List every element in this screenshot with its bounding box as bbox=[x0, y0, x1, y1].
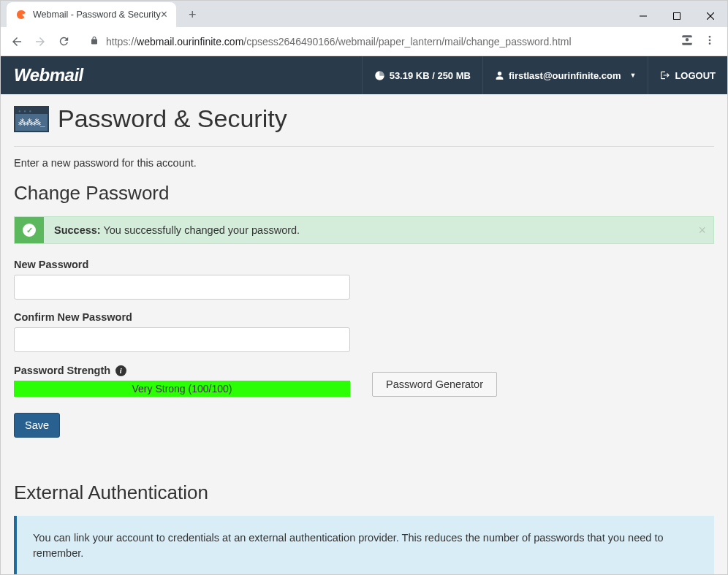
webmail-logo[interactable]: Webmail bbox=[1, 65, 362, 85]
pie-icon bbox=[374, 70, 385, 81]
svg-point-5 bbox=[709, 39, 711, 41]
browser-window: Webmail - Password & Security × + https:… bbox=[0, 0, 728, 575]
logout-icon bbox=[660, 70, 670, 80]
url-field[interactable]: https://webmail.ourinfinite.com/cpsess26… bbox=[81, 31, 673, 53]
minimize-button[interactable] bbox=[626, 5, 660, 27]
alert-close-button[interactable]: × bbox=[698, 223, 706, 238]
intro-text: Enter a new password for this account. bbox=[14, 157, 714, 169]
new-password-input[interactable] bbox=[14, 275, 350, 300]
alert-label: Success: bbox=[54, 224, 101, 236]
user-email: firstlast@ourinfinite.com bbox=[509, 70, 621, 81]
strength-bar: Very Strong (100/100) bbox=[14, 381, 350, 397]
confirm-password-label: Confirm New Password bbox=[14, 311, 714, 323]
reload-button[interactable] bbox=[53, 31, 74, 52]
user-dropdown[interactable]: firstlast@ourinfinite.com ▼ bbox=[482, 56, 648, 94]
alert-text: You successfully changed your password. bbox=[101, 224, 300, 236]
user-icon bbox=[495, 71, 504, 80]
forward-button[interactable] bbox=[30, 31, 50, 52]
back-button[interactable] bbox=[7, 31, 27, 52]
svg-rect-1 bbox=[674, 13, 680, 20]
success-alert: ✓ Success: You successfully changed your… bbox=[14, 216, 714, 244]
separator bbox=[14, 146, 714, 147]
strength-label: Password Strength bbox=[14, 365, 110, 376]
menu-icon[interactable] bbox=[704, 34, 716, 49]
external-auth-info: You can link your account to credentials… bbox=[14, 516, 714, 574]
alert-body: Success: You successfully changed your p… bbox=[44, 217, 713, 243]
new-tab-button[interactable]: + bbox=[182, 4, 202, 25]
info-icon[interactable]: i bbox=[115, 365, 126, 376]
change-password-heading: Change Password bbox=[14, 182, 714, 205]
svg-point-6 bbox=[709, 42, 711, 45]
page-body: ● ● ● Password & Security Enter a new pa… bbox=[1, 94, 727, 574]
logout-label: LOGOUT bbox=[675, 70, 716, 81]
tab-favicon bbox=[15, 9, 27, 20]
quota-text: 53.19 KB / 250 MB bbox=[390, 70, 471, 81]
page-viewport: Webmail 53.19 KB / 250 MB firstlast@ouri… bbox=[1, 56, 727, 574]
password-generator-button[interactable]: Password Generator bbox=[372, 372, 497, 397]
svg-point-4 bbox=[709, 36, 711, 38]
page-title: Password & Security bbox=[58, 104, 287, 133]
browser-tab[interactable]: Webmail - Password & Security × bbox=[7, 2, 176, 27]
confirm-password-input[interactable] bbox=[14, 327, 350, 352]
external-auth-heading: External Authentication bbox=[14, 481, 714, 504]
chevron-down-icon: ▼ bbox=[629, 72, 636, 79]
lock-icon bbox=[90, 36, 99, 47]
alert-icon-column: ✓ bbox=[15, 217, 44, 243]
webmail-header: Webmail 53.19 KB / 250 MB firstlast@ouri… bbox=[1, 56, 727, 94]
window-controls bbox=[626, 5, 727, 27]
browser-title-bar: Webmail - Password & Security × + bbox=[1, 1, 727, 27]
quota-section[interactable]: 53.19 KB / 250 MB bbox=[362, 56, 482, 94]
close-window-button[interactable] bbox=[694, 5, 727, 27]
account-icon[interactable] bbox=[680, 34, 694, 50]
maximize-button[interactable] bbox=[660, 5, 694, 27]
logout-button[interactable]: LOGOUT bbox=[648, 56, 727, 94]
check-icon: ✓ bbox=[23, 224, 36, 237]
new-password-label: New Password bbox=[14, 259, 714, 270]
address-bar: https://webmail.ourinfinite.com/cpsess26… bbox=[1, 27, 727, 56]
save-button[interactable]: Save bbox=[14, 413, 60, 438]
tab-title: Webmail - Password & Security bbox=[33, 9, 161, 20]
url-text: https://webmail.ourinfinite.com/cpsess26… bbox=[106, 36, 572, 47]
page-title-icon: ● ● ● bbox=[14, 106, 49, 132]
tab-close-button[interactable]: × bbox=[161, 8, 167, 21]
